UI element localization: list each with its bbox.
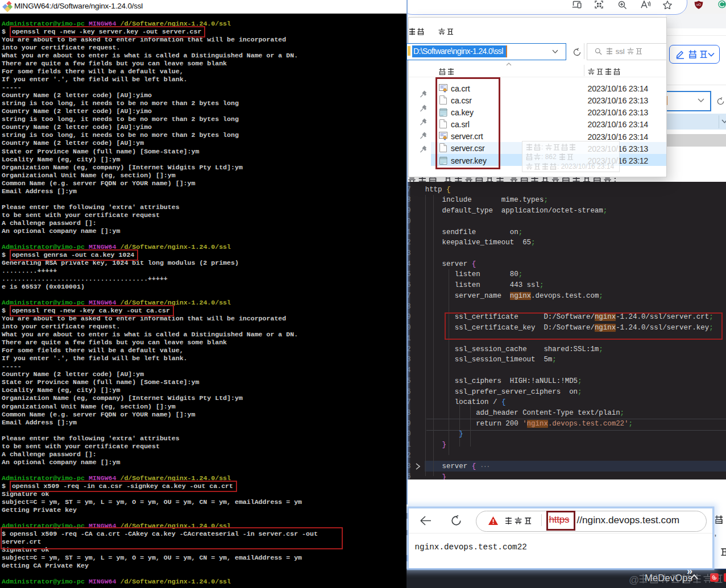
- svg-text:uO: uO: [696, 3, 701, 6]
- svg-text::: :: [541, 143, 543, 151]
